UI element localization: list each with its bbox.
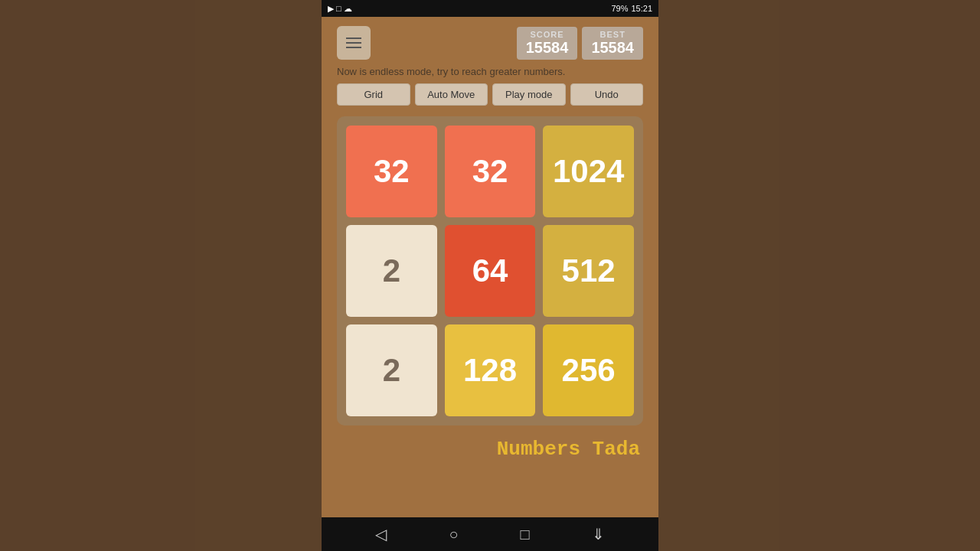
tile-7: 128	[445, 324, 536, 416]
best-value: 15584	[591, 39, 634, 57]
time-display: 15:21	[631, 4, 652, 13]
score-group: SCORE 15584 BEST 15584	[517, 27, 643, 60]
menu-button[interactable]	[337, 26, 371, 60]
undo-button[interactable]: Undo	[570, 83, 644, 106]
tile-2: 1024	[543, 126, 634, 217]
bottom-nav: ◁ ○ □ ⇓	[322, 517, 658, 551]
tile-1: 32	[445, 126, 536, 217]
tile-0: 32	[346, 126, 437, 217]
header-row: SCORE 15584 BEST 15584	[337, 26, 643, 60]
status-bar: ▶ □ ☁ 79% 15:21	[322, 0, 658, 17]
hamburger-icon	[346, 37, 361, 48]
brand-text: Numbers Tada	[337, 438, 643, 461]
score-value: 15584	[526, 39, 569, 57]
tile-4: 64	[445, 225, 536, 317]
game-grid: 32 32 1024 2 64 512 2 128 256	[337, 116, 643, 425]
recents-button[interactable]: □	[520, 526, 529, 543]
tile-8: 256	[543, 324, 634, 416]
tile-5: 512	[543, 225, 634, 317]
right-panel	[658, 0, 980, 551]
left-panel	[0, 0, 322, 551]
auto-move-button[interactable]: Auto Move	[415, 83, 488, 106]
back-button[interactable]: ◁	[375, 525, 387, 543]
best-box: BEST 15584	[582, 27, 643, 60]
score-box: SCORE 15584	[517, 27, 578, 60]
play-mode-button[interactable]: Play mode	[492, 83, 566, 106]
action-buttons: Grid Auto Move Play mode Undo	[337, 83, 643, 106]
best-label: BEST	[591, 30, 634, 39]
status-left: ▶ □ ☁	[328, 4, 352, 14]
info-text: Now is endless mode, try to reach greate…	[337, 66, 643, 77]
score-label: SCORE	[526, 30, 569, 39]
battery-level: 79%	[611, 4, 628, 13]
status-icons: ▶ □ ☁	[328, 4, 352, 14]
game-container: SCORE 15584 BEST 15584 Now is endless mo…	[322, 17, 658, 517]
grid-button[interactable]: Grid	[337, 83, 410, 106]
tile-3: 2	[346, 225, 437, 317]
menu-nav-button[interactable]: ⇓	[592, 525, 605, 543]
home-button[interactable]: ○	[449, 526, 458, 543]
status-right: 79% 15:21	[611, 4, 652, 13]
tile-6: 2	[346, 324, 437, 416]
phone-area: ▶ □ ☁ 79% 15:21 SCORE 15584	[322, 0, 658, 551]
